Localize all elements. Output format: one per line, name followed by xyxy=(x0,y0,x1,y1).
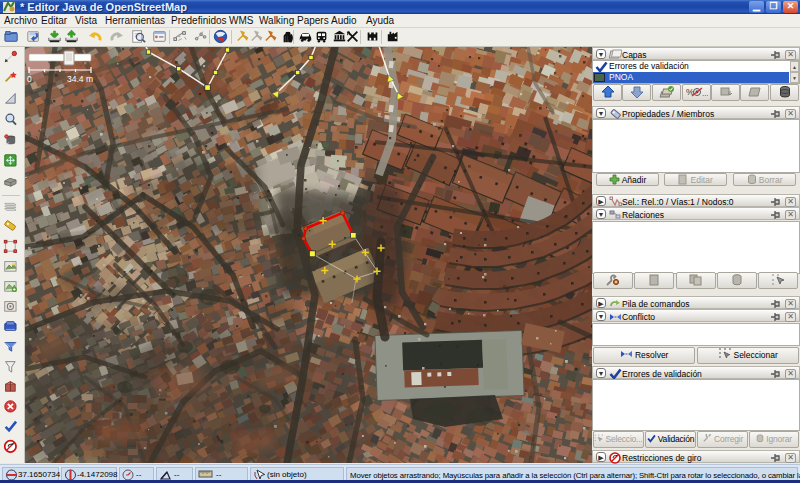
svg-text:34.4 m: 34.4 m xyxy=(67,74,93,84)
svg-text:...: ... xyxy=(702,89,708,98)
svg-text:0: 0 xyxy=(27,74,32,84)
